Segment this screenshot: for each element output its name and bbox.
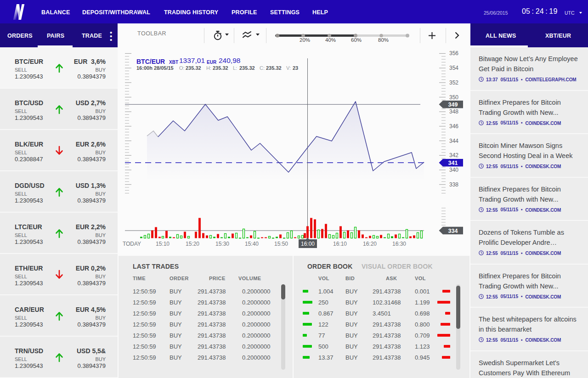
svg-text:16:10: 16:10 — [333, 241, 347, 247]
svg-text:354: 354 — [449, 65, 458, 71]
svg-text:16:30: 16:30 — [392, 241, 406, 247]
svg-text:352: 352 — [449, 79, 458, 86]
svg-text:340: 340 — [449, 167, 458, 173]
svg-text:338: 338 — [449, 181, 458, 188]
svg-text:349: 349 — [448, 102, 458, 108]
svg-text:15:30: 15:30 — [215, 241, 229, 247]
svg-text:342: 342 — [449, 152, 458, 158]
svg-text:TODAY: TODAY — [123, 241, 141, 247]
svg-text:15:20: 15:20 — [186, 241, 199, 247]
svg-text:344: 344 — [449, 138, 458, 144]
svg-text:15:50: 15:50 — [274, 241, 288, 247]
svg-text:334: 334 — [448, 228, 458, 234]
svg-text:350: 350 — [449, 94, 458, 101]
svg-text:15:40: 15:40 — [245, 241, 259, 247]
svg-text:341: 341 — [448, 160, 458, 166]
svg-text:346: 346 — [449, 123, 458, 130]
svg-text:348: 348 — [449, 108, 458, 115]
svg-text:16:00: 16:00 — [301, 241, 315, 247]
svg-text:356: 356 — [449, 50, 458, 56]
svg-text:16:20: 16:20 — [363, 241, 377, 247]
svg-text:15:10: 15:10 — [156, 241, 170, 247]
